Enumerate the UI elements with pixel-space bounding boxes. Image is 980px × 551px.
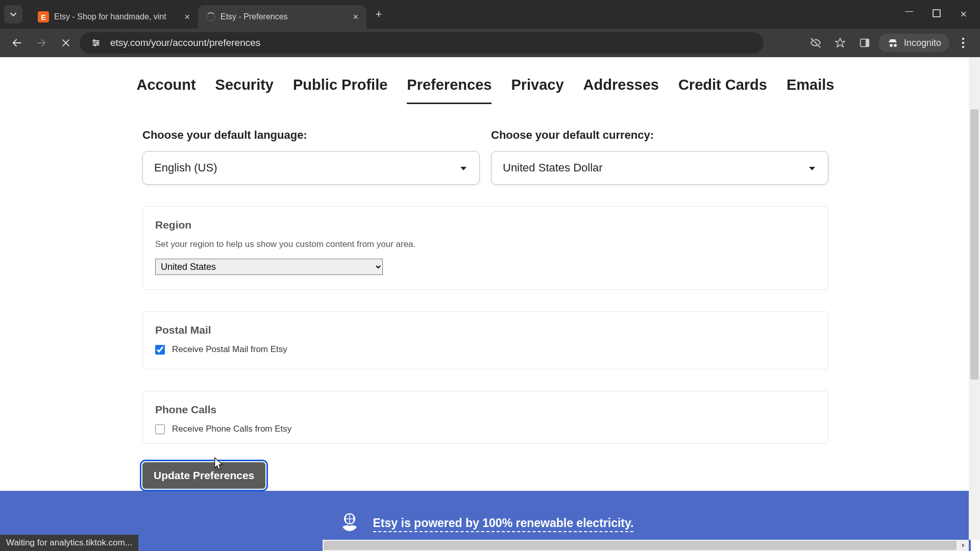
eco-banner-text[interactable]: Etsy is powered by 100% renewable electr… bbox=[373, 516, 634, 532]
svg-point-7 bbox=[962, 42, 964, 44]
scroll-right-icon[interactable] bbox=[958, 540, 969, 551]
chevron-down-icon bbox=[10, 11, 17, 18]
window-minimize-icon[interactable]: — bbox=[905, 7, 913, 16]
bookmark-button[interactable] bbox=[829, 32, 851, 54]
language-label: Choose your default language: bbox=[142, 129, 480, 142]
update-preferences-button[interactable]: Update Preferences bbox=[142, 462, 265, 489]
star-icon bbox=[834, 37, 846, 49]
currency-select[interactable]: United States Dollar bbox=[491, 151, 828, 185]
browser-status-bar: Waiting for analytics.tiktok.com... bbox=[0, 535, 138, 551]
region-select[interactable]: United States bbox=[155, 259, 383, 275]
window-close-icon[interactable]: × bbox=[960, 8, 967, 21]
svg-point-1 bbox=[93, 40, 95, 41]
window-maximize-icon[interactable] bbox=[933, 9, 941, 19]
tab-credit-cards[interactable]: Credit Cards bbox=[678, 77, 767, 104]
tab-title: Etsy - Shop for handmade, vint bbox=[54, 12, 179, 21]
tune-icon bbox=[91, 38, 101, 48]
tab-search-button[interactable] bbox=[4, 5, 22, 23]
phone-checkbox[interactable] bbox=[155, 424, 165, 434]
browser-tab-1[interactable]: Etsy - Preferences × bbox=[198, 5, 366, 29]
arrow-left-icon bbox=[11, 37, 22, 48]
region-panel: Region Set your region to help us show y… bbox=[142, 206, 828, 290]
browser-toolbar: etsy.com/your/account/preferences Incogn… bbox=[0, 29, 980, 57]
tab-close-icon[interactable]: × bbox=[353, 12, 358, 22]
loading-spinner-icon bbox=[206, 12, 215, 21]
postal-panel: Postal Mail Receive Postal Mail from Ets… bbox=[142, 311, 828, 369]
settings-tabs: Account Security Public Profile Preferen… bbox=[0, 57, 971, 104]
browser-titlebar: E Etsy - Shop for handmade, vint × Etsy … bbox=[0, 0, 980, 29]
svg-rect-0 bbox=[933, 10, 940, 17]
forward-button[interactable] bbox=[31, 32, 52, 54]
horizontal-scrollbar-thumb[interactable] bbox=[324, 541, 957, 550]
language-value: English (US) bbox=[154, 161, 217, 174]
svg-point-2 bbox=[97, 42, 99, 43]
tab-privacy[interactable]: Privacy bbox=[511, 77, 564, 104]
browser-tab-0[interactable]: E Etsy - Shop for handmade, vint × bbox=[30, 5, 198, 29]
svg-rect-5 bbox=[866, 39, 869, 47]
arrow-right-icon bbox=[36, 37, 47, 48]
vertical-scrollbar-thumb[interactable] bbox=[970, 109, 978, 380]
back-button[interactable] bbox=[6, 32, 28, 54]
region-desc: Set your region to help us show you cust… bbox=[155, 239, 816, 249]
chrome-menu-button[interactable] bbox=[952, 32, 974, 54]
svg-point-6 bbox=[962, 38, 964, 40]
kebab-icon bbox=[962, 37, 965, 48]
currency-value: United States Dollar bbox=[503, 161, 603, 174]
tab-emails[interactable]: Emails bbox=[787, 77, 835, 104]
side-panel-button[interactable] bbox=[854, 32, 875, 54]
globe-hands-icon bbox=[337, 510, 362, 539]
region-title: Region bbox=[155, 219, 816, 231]
tab-security[interactable]: Security bbox=[215, 77, 274, 104]
caret-down-icon bbox=[460, 161, 467, 174]
stop-reload-button[interactable] bbox=[55, 32, 77, 54]
language-select[interactable]: English (US) bbox=[142, 151, 480, 185]
incognito-icon bbox=[887, 37, 899, 49]
postal-checkbox-row[interactable]: Receive Postal Mail from Etsy bbox=[155, 344, 816, 355]
page-scroll-area[interactable]: Account Security Public Profile Preferen… bbox=[0, 57, 980, 551]
phone-panel: Phone Calls Receive Phone Calls from Ets… bbox=[142, 391, 828, 444]
address-bar[interactable]: etsy.com/your/account/preferences bbox=[80, 32, 764, 54]
tab-favicon-etsy: E bbox=[38, 11, 49, 22]
url-text[interactable]: etsy.com/your/account/preferences bbox=[110, 37, 260, 48]
tab-close-icon[interactable]: × bbox=[184, 12, 190, 22]
panel-icon bbox=[859, 37, 870, 48]
page-viewport: Account Security Public Profile Preferen… bbox=[0, 57, 980, 551]
new-tab-button[interactable]: + bbox=[370, 5, 388, 23]
svg-point-3 bbox=[94, 44, 96, 46]
phone-checkbox-row[interactable]: Receive Phone Calls from Etsy bbox=[155, 424, 816, 434]
postal-checkbox-label: Receive Postal Mail from Etsy bbox=[172, 344, 287, 355]
caret-down-icon bbox=[808, 161, 816, 174]
horizontal-scrollbar[interactable] bbox=[323, 540, 969, 551]
tab-title: Etsy - Preferences bbox=[220, 12, 348, 21]
incognito-label: Incognito bbox=[904, 38, 941, 48]
tab-preferences[interactable]: Preferences bbox=[407, 77, 492, 104]
vertical-scrollbar[interactable] bbox=[969, 57, 980, 540]
currency-label: Choose your default currency: bbox=[491, 129, 828, 142]
window-controls: — × bbox=[892, 8, 980, 21]
eye-off-icon bbox=[810, 37, 822, 49]
incognito-indicator[interactable]: Incognito bbox=[878, 34, 949, 52]
mouse-cursor-icon bbox=[213, 457, 225, 472]
tab-public-profile[interactable]: Public Profile bbox=[293, 77, 387, 104]
tracking-blocked-icon[interactable] bbox=[805, 32, 826, 54]
phone-title: Phone Calls bbox=[155, 404, 816, 416]
svg-point-8 bbox=[962, 46, 964, 48]
tab-account[interactable]: Account bbox=[137, 77, 196, 104]
close-icon bbox=[61, 38, 71, 48]
phone-checkbox-label: Receive Phone Calls from Etsy bbox=[172, 424, 291, 434]
site-info-button[interactable] bbox=[89, 36, 103, 50]
tab-strip: E Etsy - Shop for handmade, vint × Etsy … bbox=[0, 0, 892, 29]
tab-addresses[interactable]: Addresses bbox=[583, 77, 659, 104]
postal-title: Postal Mail bbox=[155, 324, 816, 336]
postal-checkbox[interactable] bbox=[155, 345, 165, 355]
